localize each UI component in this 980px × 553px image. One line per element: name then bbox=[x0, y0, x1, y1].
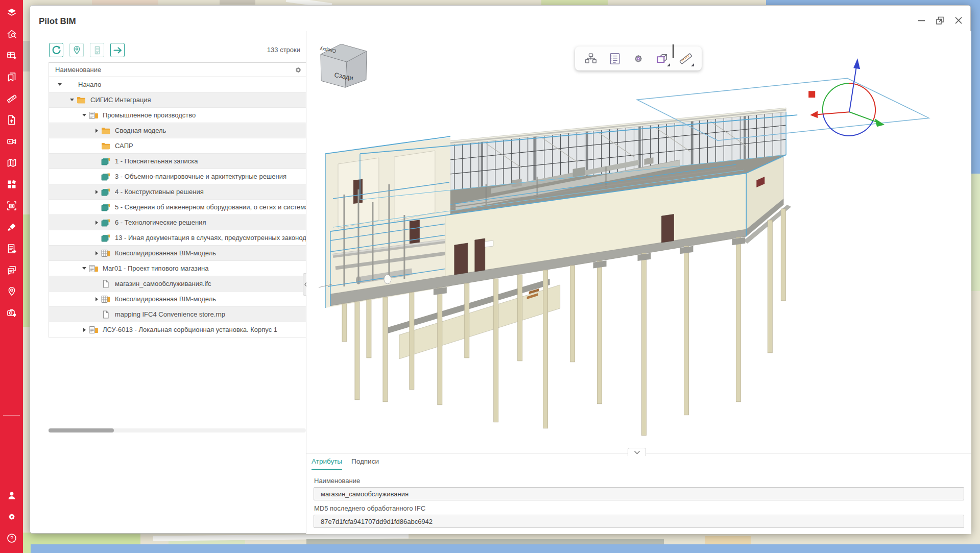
camera-pin-icon[interactable] bbox=[6, 307, 17, 319]
collapse-attributes-button[interactable] bbox=[628, 448, 646, 456]
tree-item[interactable]: Начало bbox=[49, 77, 306, 92]
tree-item[interactable]: 5 - Сведения об инженерном оборудовании,… bbox=[49, 200, 306, 215]
document-export-icon[interactable] bbox=[6, 243, 17, 254]
tree-item[interactable]: 3 - Объемно-планировочные и архитектурны… bbox=[49, 169, 306, 184]
tree-item-label: ЛСУ-6013 - Локальная сорбционная установ… bbox=[103, 326, 277, 333]
folder-icon bbox=[101, 142, 112, 150]
tree-item-label: Маг01 - Проект типового магазина bbox=[103, 265, 209, 272]
camera-selection-icon[interactable] bbox=[6, 200, 17, 211]
docs-icon bbox=[101, 157, 112, 165]
building-button[interactable] bbox=[90, 43, 104, 57]
bim-icon bbox=[101, 295, 112, 303]
tree-item-label: магазин_самообслуживания.ifc bbox=[115, 280, 211, 287]
tree-horizontal-scrollbar[interactable] bbox=[49, 428, 306, 432]
tree-item[interactable]: Промышленное производство bbox=[49, 108, 306, 123]
tree-item-label: mapping IFC4 Convenience store.rnp bbox=[115, 310, 225, 318]
help-icon[interactable]: ? bbox=[6, 533, 17, 544]
bookmark-pages-icon[interactable] bbox=[6, 71, 17, 83]
tree-item-label: 1 - Пояснительная записка bbox=[115, 157, 198, 165]
close-button[interactable] bbox=[953, 15, 964, 26]
tree-item[interactable]: 4 - Конструктивные решения bbox=[49, 184, 306, 200]
expand-arrow-icon[interactable] bbox=[80, 114, 89, 116]
expand-arrow-icon[interactable] bbox=[92, 251, 101, 255]
navigation-cube[interactable]: Сзади Сверху bbox=[320, 44, 367, 87]
project-icon bbox=[89, 265, 100, 273]
list-tool-button[interactable] bbox=[606, 50, 624, 67]
attr-field-input[interactable] bbox=[314, 515, 964, 528]
expand-arrow-icon[interactable] bbox=[80, 328, 89, 332]
ruler-icon[interactable] bbox=[6, 93, 17, 104]
expand-arrow-icon[interactable] bbox=[92, 190, 101, 194]
tree-item[interactable]: Маг01 - Проект типового магазина bbox=[49, 261, 306, 276]
tree-item[interactable]: СИГИС Интеграция bbox=[49, 92, 306, 108]
desktop-screen: ? Pilot BIM 133 строки Наименование Нача… bbox=[0, 0, 980, 553]
chat-icon[interactable] bbox=[6, 265, 17, 276]
restore-button[interactable] bbox=[935, 15, 946, 26]
tab-inactive[interactable]: Подписи bbox=[351, 458, 379, 470]
tree-item[interactable]: Сводная модель bbox=[49, 123, 306, 138]
section-cube-tool-button[interactable] bbox=[653, 50, 671, 67]
dropdown-corner-icon bbox=[667, 63, 670, 66]
home-search-icon[interactable] bbox=[6, 29, 17, 40]
door bbox=[455, 243, 468, 275]
expand-arrow-icon[interactable] bbox=[67, 99, 77, 101]
tree-item[interactable]: ЛСУ-6013 - Локальная сорбционная установ… bbox=[49, 322, 306, 338]
tree-settings-gear-icon[interactable] bbox=[293, 65, 303, 75]
attributes-panel: АтрибутыПодписи НаименованиеMD5 последне… bbox=[306, 453, 971, 534]
settings-tool-button[interactable] bbox=[630, 50, 647, 67]
ruler-tool-button[interactable] bbox=[677, 50, 695, 67]
tree-column-header: Наименование bbox=[49, 62, 306, 77]
tree-item[interactable]: 13 - Иная документация в случаях, предус… bbox=[49, 230, 306, 246]
bim-model-render[interactable]: Сзади Сверху bbox=[306, 31, 971, 453]
expand-arrow-icon[interactable] bbox=[80, 267, 89, 270]
tab-active[interactable]: Атрибуты bbox=[312, 458, 342, 470]
tree-item-label: 3 - Объемно-планировочные и архитектурны… bbox=[115, 173, 286, 180]
tree-item[interactable]: 6 - Технологические решения bbox=[49, 215, 306, 230]
tree-item-label: Консолидированная BIM-модель bbox=[115, 295, 216, 303]
plane-handle[interactable] bbox=[808, 91, 815, 98]
viewport-toolbar bbox=[575, 46, 702, 70]
settings-icon[interactable] bbox=[6, 511, 17, 522]
blocks-icon[interactable] bbox=[6, 179, 17, 190]
tree-item-label: 13 - Иная документация в случаях, предус… bbox=[115, 234, 306, 242]
hierarchy-tool-button[interactable] bbox=[582, 50, 600, 67]
video-pin-icon[interactable] bbox=[6, 136, 17, 147]
paintbrush-icon[interactable] bbox=[6, 222, 17, 233]
tree-item[interactable]: Консолидированная BIM-модель bbox=[49, 246, 306, 261]
tree-item[interactable]: Консолидированная BIM-модель bbox=[49, 292, 306, 307]
project-icon bbox=[89, 111, 100, 119]
layers-icon[interactable] bbox=[6, 7, 17, 18]
attr-field-input[interactable] bbox=[314, 487, 964, 500]
location-pin-button[interactable] bbox=[69, 43, 84, 57]
location-pin-icon[interactable] bbox=[6, 286, 17, 297]
attr-field-label: MD5 последнего обработанного IFC bbox=[314, 504, 964, 512]
tree-item[interactable]: САПР bbox=[49, 138, 306, 154]
app-sidebar: ? bbox=[0, 0, 23, 553]
expand-arrow-icon[interactable] bbox=[92, 297, 101, 301]
tree-item[interactable]: 1 - Пояснительная записка bbox=[49, 154, 306, 169]
scrollbar-thumb[interactable] bbox=[49, 428, 114, 432]
tree-item[interactable]: mapping IFC4 Convenience store.rnp bbox=[49, 307, 306, 322]
tree-item-label: Промышленное производство bbox=[103, 111, 196, 119]
expand-arrow-icon[interactable] bbox=[92, 129, 101, 133]
expand-arrow-icon[interactable] bbox=[55, 83, 64, 86]
svg-text:?: ? bbox=[10, 535, 13, 541]
minimize-button[interactable] bbox=[916, 15, 927, 26]
refresh-button[interactable] bbox=[49, 43, 63, 57]
folder-icon bbox=[101, 127, 112, 135]
tree-item-label: САПР bbox=[115, 142, 133, 150]
expand-arrow-icon[interactable] bbox=[92, 221, 101, 225]
user-icon[interactable] bbox=[6, 490, 17, 501]
tree-item[interactable]: магазин_самообслуживания.ifc bbox=[49, 276, 306, 292]
table-star-icon[interactable] bbox=[6, 50, 17, 61]
pilot-bim-window: Pilot BIM 133 строки Наименование Начало… bbox=[30, 5, 971, 534]
text-caret bbox=[673, 44, 674, 58]
docs-icon bbox=[101, 234, 112, 242]
map-icon[interactable] bbox=[6, 157, 17, 169]
docs-icon bbox=[101, 188, 112, 196]
tree-item-label: 5 - Сведения об инженерном оборудовании,… bbox=[115, 203, 306, 211]
window-title: Pilot BIM bbox=[39, 16, 76, 27]
model-3d-viewport[interactable]: Сзади Сверху bbox=[306, 31, 971, 453]
arrow-right-button[interactable] bbox=[110, 43, 125, 57]
file-upload-icon[interactable] bbox=[6, 114, 17, 126]
